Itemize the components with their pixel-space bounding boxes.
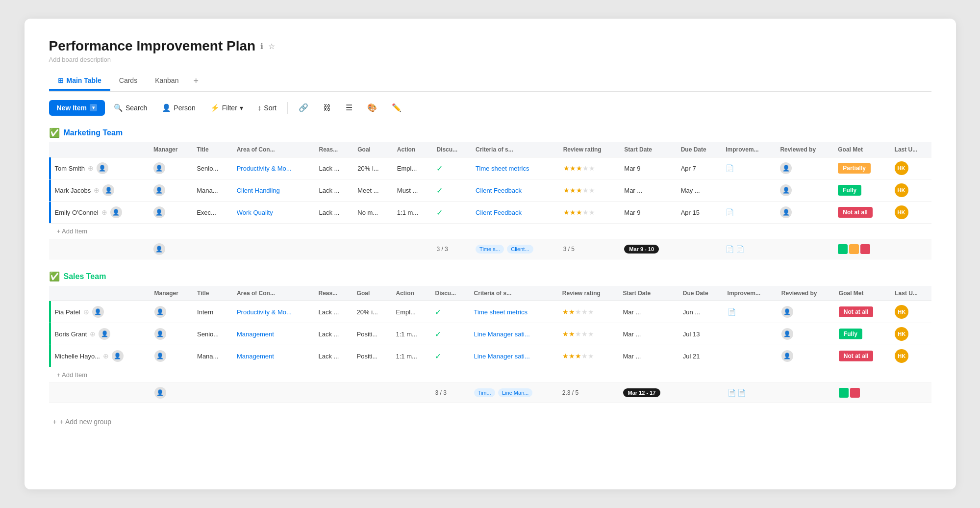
summary-pill-1: Tim... — [474, 388, 495, 397]
col-area: Area of Con... — [232, 286, 314, 301]
row-rating: ★★★★★ — [557, 323, 618, 345]
color-icon: 🎨 — [367, 103, 377, 112]
row-area[interactable]: Work Quality — [232, 202, 314, 224]
tab-main-table[interactable]: ⊞ Main Table — [49, 72, 110, 91]
row-criteria[interactable]: Client Feedback — [471, 202, 558, 224]
row-action: Empl... — [392, 157, 432, 179]
page-title-row: Performance Improvement Plan ℹ ☆ — [49, 38, 931, 54]
info-icon[interactable]: ℹ — [260, 42, 263, 51]
goal-met-badge: Fully — [839, 329, 862, 339]
col-start: Start Date — [618, 286, 678, 301]
row-person-avatar: 👤 — [110, 206, 122, 218]
col-improvement: Improvem... — [723, 286, 777, 301]
link-icon-button[interactable]: 🔗 — [293, 100, 314, 116]
row-criteria[interactable]: Time sheet metrics — [469, 301, 557, 323]
add-row-icon[interactable]: ⊕ — [90, 330, 96, 338]
discussion-check: ✓ — [436, 208, 443, 217]
star-icon[interactable]: ☆ — [268, 42, 275, 51]
row-group-bar — [49, 202, 51, 223]
filter-button[interactable]: ⚡ Filter ▾ — [204, 100, 249, 116]
manager-avatar: 👤 — [153, 206, 165, 218]
col-reviewed: Reviewed by — [775, 142, 833, 157]
new-item-dropdown-icon[interactable]: ▾ — [90, 104, 97, 111]
row-title: Senio... — [192, 323, 232, 345]
col-lastup: Last U... — [890, 286, 931, 301]
col-reason: Reas... — [314, 142, 353, 157]
sort-button[interactable]: ↕ Sort — [252, 100, 282, 115]
row-group-bar — [49, 323, 51, 345]
row-title: Mana... — [192, 345, 232, 367]
search-button[interactable]: 🔍 Search — [108, 100, 153, 116]
col-title: Title — [192, 142, 232, 157]
sales-add-item-label[interactable]: + Add Item — [49, 367, 931, 383]
sales-add-item-row[interactable]: + Add Item — [49, 367, 931, 383]
add-row-icon[interactable]: ⊕ — [101, 208, 107, 216]
row-area[interactable]: Management — [232, 345, 314, 367]
col-action: Action — [391, 286, 430, 301]
table-row: Tom Smith ⊕ 👤 👤 Senio... Productivity & … — [49, 157, 931, 179]
last-updated-avatar: HK — [895, 327, 908, 341]
marketing-group: ✅ Marketing Team Manager Title Area of C… — [49, 127, 931, 259]
goal-met-badge: Not at all — [838, 207, 873, 218]
unlink-icon-button[interactable]: ⛓ — [317, 100, 337, 116]
row-area[interactable]: Client Handling — [232, 179, 314, 202]
summary-colors — [839, 388, 885, 398]
discussion-check: ✓ — [435, 330, 441, 338]
summary-discussion: 3 / 3 — [430, 383, 469, 403]
search-icon: 🔍 — [114, 103, 123, 112]
add-tab-button[interactable]: + — [187, 71, 204, 91]
tab-cards[interactable]: Cards — [110, 72, 146, 91]
row-height-button[interactable]: ☰ — [340, 100, 358, 116]
col-goalmet: Goal Met — [834, 286, 890, 301]
row-area[interactable]: Productivity & Mo... — [232, 157, 314, 179]
row-action: Empl... — [391, 301, 430, 323]
row-group-bar — [49, 179, 51, 201]
tab-kanban[interactable]: Kanban — [146, 72, 187, 91]
row-goal: 20% i... — [352, 157, 392, 179]
row-rating: ★★★★★ — [557, 345, 618, 367]
row-reason: Lack ... — [313, 301, 352, 323]
add-row-icon[interactable]: ⊕ — [103, 352, 109, 360]
row-reason: Lack ... — [314, 179, 353, 202]
new-item-button[interactable]: New Item ▾ — [49, 100, 105, 116]
add-row-icon[interactable]: ⊕ — [83, 308, 89, 316]
color-button[interactable]: 🎨 — [361, 100, 383, 116]
improvement-icon: 📄 — [726, 164, 734, 172]
marketing-group-icon[interactable]: ✅ — [49, 127, 60, 138]
row-group-bar — [49, 157, 51, 179]
add-item-row[interactable]: + Add Item — [49, 224, 931, 239]
add-row-icon[interactable]: ⊕ — [88, 164, 94, 172]
col-due: Due Date — [678, 286, 723, 301]
add-row-icon[interactable]: ⊕ — [94, 186, 100, 194]
sales-table-header: Manager Title Area of Con... Reas... Goa… — [49, 286, 931, 301]
pencil-button[interactable]: ✏️ — [386, 100, 407, 116]
add-group-button[interactable]: + + Add new group — [49, 415, 116, 429]
summary-date-badge: Mar 12 - 17 — [623, 388, 661, 397]
unlink-icon: ⛓ — [323, 103, 331, 112]
row-area[interactable]: Productivity & Mo... — [232, 301, 314, 323]
sales-group-icon[interactable]: ✅ — [49, 271, 60, 282]
summary-date-badge: Mar 9 - 10 — [624, 245, 659, 254]
marketing-table: Manager Title Area of Con... Reas... Goa… — [49, 142, 931, 259]
col-goal: Goal — [352, 142, 392, 157]
row-name-cell: Michelle Hayo... ⊕ 👤 — [55, 350, 145, 362]
row-title: Senio... — [192, 157, 232, 179]
row-name-cell: Pia Patel ⊕ 👤 — [55, 306, 145, 318]
row-action: Must ... — [392, 179, 432, 202]
row-area[interactable]: Management — [232, 323, 314, 345]
row-criteria[interactable]: Time sheet metrics — [471, 157, 558, 179]
row-criteria[interactable]: Line Manager sati... — [469, 323, 557, 345]
manager-avatar: 👤 — [154, 328, 166, 340]
row-person-avatar: 👤 — [99, 328, 110, 340]
row-criteria[interactable]: Line Manager sati... — [469, 345, 557, 367]
color-red — [850, 388, 860, 398]
person-button[interactable]: 👤 Person — [156, 100, 201, 116]
sales-group-title: Sales Team — [64, 272, 106, 281]
row-start: Mar ... — [618, 301, 678, 323]
row-criteria[interactable]: Client Feedback — [471, 179, 558, 202]
summary-file-icon-2: 📄 — [737, 389, 746, 397]
row-reason: Lack ... — [313, 323, 352, 345]
add-item-label[interactable]: + Add Item — [49, 224, 931, 239]
col-name — [49, 142, 149, 157]
summary-file-icon-1: 📄 — [728, 389, 736, 397]
